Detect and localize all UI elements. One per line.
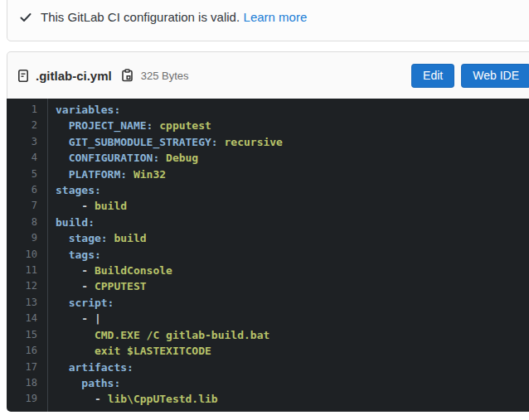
line-content: script:: [47, 295, 114, 311]
line-number: 10: [7, 247, 47, 263]
code-line: 15 CMD.EXE /C gitlab-build.bat: [7, 327, 529, 343]
code-block: 1variables:2 PROJECT_NAME: cpputest3 GIT…: [7, 99, 529, 412]
line-content: PROJECT_NAME: cpputest: [47, 118, 211, 133]
code-line: 9 stage: build: [7, 230, 529, 246]
code-line: 19 - lib\CppUTestd.lib: [7, 391, 529, 407]
line-content: CONFIGURATION: Debug: [47, 150, 198, 166]
edit-button[interactable]: Edit: [411, 64, 454, 88]
line-number: 8: [7, 215, 47, 230]
file-document-icon: [17, 69, 30, 83]
line-number: 7: [7, 198, 47, 214]
line-number: 15: [7, 327, 47, 343]
line-content: PLATFORM: Win32: [47, 167, 166, 182]
code-line: 4 CONFIGURATION: Debug: [7, 150, 529, 166]
line-content: artifacts:: [47, 360, 133, 375]
file-header: .gitlab-ci.yml 325 Bytes Edit Web IDE: [7, 51, 529, 99]
line-content: stage: build: [47, 230, 147, 246]
file-size: 325 Bytes: [141, 70, 189, 82]
code-line: 11 - BuildConsole: [7, 263, 529, 278]
line-content: GIT_SUBMODULE_STRATEGY: recursive: [47, 134, 283, 150]
line-content: - BuildConsole: [47, 263, 172, 278]
line-content: - CPPUTEST: [47, 278, 147, 294]
code-line: 18 paths:: [7, 375, 529, 391]
line-number: 18: [7, 375, 47, 391]
line-content: - build: [47, 198, 127, 214]
line-number: 2: [7, 118, 47, 133]
file-card: .gitlab-ci.yml 325 Bytes Edit Web IDE 1v…: [7, 51, 529, 412]
line-number: 12: [7, 278, 47, 294]
line-number: 19: [7, 391, 47, 407]
code-line: 14 - |: [7, 311, 529, 326]
code-line: 16 exit $LASTEXITCODE: [7, 343, 529, 359]
line-number: 9: [7, 230, 47, 246]
line-content: - |: [47, 311, 101, 326]
code-line: 1variables:: [7, 102, 529, 118]
learn-more-link[interactable]: Learn more: [244, 10, 308, 24]
code-line: 2 PROJECT_NAME: cpputest: [7, 118, 529, 133]
code-line: 6stages:: [7, 182, 529, 198]
code-line: 5 PLATFORM: Win32: [7, 167, 529, 182]
line-number: 3: [7, 134, 47, 150]
line-number: 5: [7, 167, 47, 182]
line-number: 6: [7, 182, 47, 198]
filename: .gitlab-ci.yml: [36, 69, 112, 83]
line-content: stages:: [47, 182, 101, 198]
code-line: 7 - build: [7, 198, 529, 214]
line-number: 17: [7, 360, 47, 375]
code-line: 3 GIT_SUBMODULE_STRATEGY: recursive: [7, 134, 529, 150]
code-line: 10 tags:: [7, 247, 529, 263]
line-number: 14: [7, 311, 47, 326]
code-line: 8build:: [7, 215, 529, 230]
line-content: build:: [47, 215, 95, 230]
line-content: CMD.EXE /C gitlab-build.bat: [47, 327, 269, 343]
code-line: 13 script:: [7, 295, 529, 311]
banner-message: This GitLab CI configuration is valid.: [41, 10, 240, 24]
line-number: 4: [7, 150, 47, 166]
line-number: 1: [7, 102, 47, 118]
copy-button[interactable]: [119, 67, 135, 84]
validation-banner: This GitLab CI configuration is valid. L…: [7, 0, 529, 41]
line-number: 11: [7, 263, 47, 278]
code-line: 17 artifacts:: [7, 360, 529, 375]
line-content: tags:: [47, 247, 101, 263]
line-content: paths:: [47, 375, 120, 391]
code-line: 12 - CPPUTEST: [7, 278, 529, 294]
copy-to-clipboard-icon: [121, 69, 133, 83]
line-number: 16: [7, 343, 47, 359]
line-number: 13: [7, 295, 47, 311]
check-icon: [19, 11, 32, 24]
line-content: exit $LASTEXITCODE: [47, 343, 211, 359]
web-ide-button[interactable]: Web IDE: [461, 64, 529, 88]
line-content: - lib\CppUTestd.lib: [47, 391, 218, 407]
line-content: variables:: [47, 102, 120, 118]
code-lines: 1variables:2 PROJECT_NAME: cpputest3 GIT…: [7, 102, 529, 408]
